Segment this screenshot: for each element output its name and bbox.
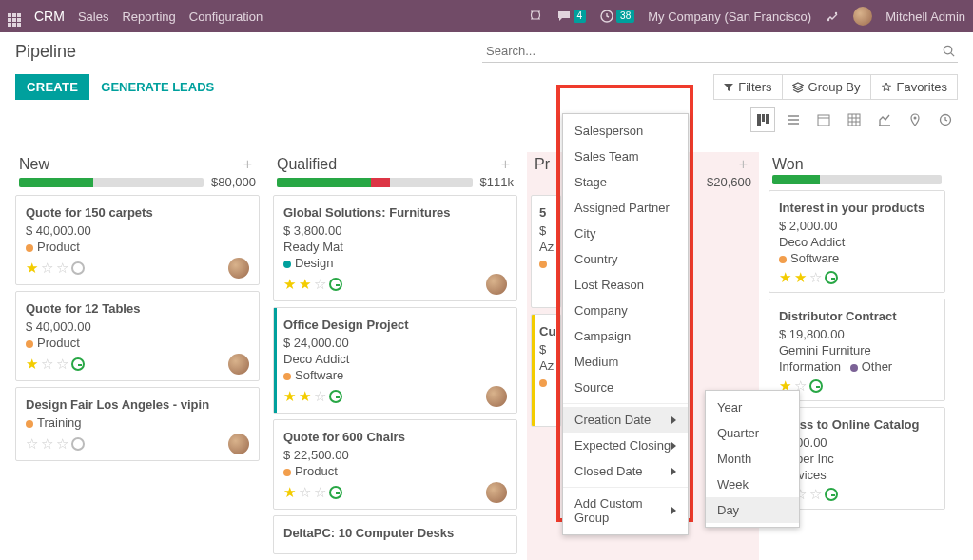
- groupby-medium[interactable]: Medium: [563, 349, 688, 375]
- card-amount: $ 22,500.00: [283, 448, 507, 462]
- kanban-card[interactable]: Global Solutions: Furnitures $ 3,800.00 …: [273, 195, 517, 301]
- kanban-card[interactable]: Cu $ Az: [531, 314, 561, 427]
- chat-icon[interactable]: 4: [556, 9, 587, 24]
- phone-icon[interactable]: [528, 9, 543, 24]
- kanban-card[interactable]: Design Fair Los Angeles - vipin Training…: [15, 387, 260, 461]
- groupby-salesperson[interactable]: Salesperson: [563, 118, 688, 144]
- groupby-company[interactable]: Company: [563, 298, 688, 323]
- activity-icon[interactable]: [809, 379, 823, 393]
- card-title: Global Solutions: Furnitures: [283, 205, 507, 220]
- user-avatar[interactable]: [228, 354, 249, 375]
- groupby-closed-date[interactable]: Closed Date: [563, 458, 688, 484]
- groupby-expected-closing[interactable]: Expected Closing: [563, 433, 688, 458]
- debug-icon[interactable]: [825, 9, 840, 24]
- svg-point-10: [914, 117, 917, 120]
- svg-point-1: [827, 19, 829, 21]
- column-total: $111k: [480, 175, 514, 189]
- user-avatar[interactable]: [486, 386, 507, 407]
- filters-label: Filters: [738, 80, 771, 94]
- kanban-card[interactable]: Quote for 12 Tables $ 40,000.00 Product …: [15, 291, 260, 381]
- nav-reporting[interactable]: Reporting: [122, 10, 175, 24]
- kanban-card[interactable]: Quote for 600 Chairs $ 22,500.00 Product…: [273, 419, 517, 510]
- view-activity[interactable]: [933, 107, 958, 132]
- groupby-add-custom[interactable]: Add Custom Group: [563, 491, 688, 531]
- card-customer: umber Inc: [779, 452, 935, 466]
- date-week[interactable]: Week: [706, 472, 799, 497]
- user-avatar[interactable]: [853, 7, 872, 26]
- company-switcher[interactable]: My Company (San Francisco): [648, 10, 811, 24]
- nav-sales[interactable]: Sales: [78, 10, 109, 24]
- column-total: $80,000: [211, 175, 256, 189]
- user-avatar[interactable]: [486, 482, 507, 503]
- date-month[interactable]: Month: [706, 446, 799, 472]
- card-amount: $ 24,000.00: [283, 336, 507, 350]
- user-name[interactable]: Mitchell Admin: [885, 10, 965, 24]
- activity-icon[interactable]: 38: [599, 9, 634, 24]
- generate-leads-button[interactable]: GENERATE LEADS: [89, 74, 225, 100]
- user-avatar[interactable]: [228, 434, 249, 454]
- kanban-card[interactable]: Quote for 150 carpets $ 40,000.00 Produc…: [15, 195, 260, 285]
- chevron-right-icon: [671, 468, 676, 475]
- search-input[interactable]: [482, 40, 958, 62]
- view-kanban[interactable]: [750, 107, 775, 132]
- groupby-lost-reason[interactable]: Lost Reason: [563, 272, 688, 298]
- user-avatar[interactable]: [486, 274, 507, 295]
- favorites-button[interactable]: Favorites: [870, 74, 958, 100]
- filter-icon: [724, 83, 733, 92]
- svg-point-3: [944, 46, 951, 53]
- activity-icon[interactable]: [71, 357, 85, 371]
- view-map[interactable]: [903, 107, 927, 132]
- kanban-card[interactable]: Office Design Project $ 24,000.00 Deco A…: [273, 307, 517, 414]
- groupby-source[interactable]: Source: [563, 375, 688, 400]
- groupby-stage[interactable]: Stage: [563, 169, 688, 195]
- kanban-card[interactable]: 5 $ Az: [531, 195, 561, 308]
- user-avatar[interactable]: [228, 258, 249, 279]
- activity-icon[interactable]: [329, 390, 342, 403]
- column-title: Qualified: [277, 156, 337, 173]
- date-quarter[interactable]: Quarter: [706, 420, 799, 446]
- activity-icon[interactable]: [71, 437, 85, 451]
- add-card-icon[interactable]: +: [243, 158, 252, 171]
- view-graph[interactable]: [872, 107, 897, 132]
- search-icon[interactable]: [942, 44, 956, 58]
- groupby-campaign[interactable]: Campaign: [563, 323, 688, 349]
- view-calendar[interactable]: [811, 107, 836, 132]
- card-customer: Ready Mat: [283, 240, 507, 254]
- kanban-card[interactable]: DeltaPC: 10 Computer Desks: [273, 515, 517, 554]
- view-list[interactable]: [781, 107, 806, 132]
- view-pivot[interactable]: [842, 107, 866, 132]
- card-customer: Az: [539, 240, 556, 254]
- groupby-sales-team[interactable]: Sales Team: [563, 144, 688, 169]
- star-icon: [881, 82, 892, 93]
- groupby-city[interactable]: City: [563, 221, 688, 246]
- chevron-right-icon: [671, 507, 676, 514]
- date-day[interactable]: Day: [706, 497, 799, 523]
- nav-configuration[interactable]: Configuration: [189, 10, 263, 24]
- card-amount: $ 3,800.00: [283, 223, 507, 238]
- date-year[interactable]: Year: [706, 395, 799, 420]
- create-button[interactable]: CREATE: [15, 74, 89, 100]
- card-tag: Software: [779, 251, 935, 265]
- card-title: Quote for 150 carpets: [26, 205, 249, 220]
- groupby-country[interactable]: Country: [563, 246, 688, 272]
- card-title: Quote for 12 Tables: [26, 301, 249, 316]
- card-tag: Product: [26, 336, 249, 350]
- add-card-icon[interactable]: +: [501, 158, 510, 171]
- kanban-card[interactable]: Interest in your products $ 2,000.00 Dec…: [769, 190, 945, 293]
- activity-icon[interactable]: [329, 486, 342, 499]
- svg-rect-8: [818, 115, 829, 126]
- card-title: Quote for 600 Chairs: [283, 430, 507, 444]
- activity-icon[interactable]: [825, 271, 838, 284]
- apps-icon[interactable]: [8, 6, 21, 27]
- activity-icon[interactable]: [329, 278, 342, 291]
- groupby-assigned-partner[interactable]: Assigned Partner: [563, 195, 688, 221]
- card-customer: Deco Addict: [283, 352, 507, 366]
- activity-icon[interactable]: [825, 488, 838, 501]
- kanban-card[interactable]: Distributor Contract $ 19,800.00 Gemini …: [769, 299, 945, 401]
- activity-icon[interactable]: [71, 261, 85, 275]
- add-card-icon[interactable]: +: [739, 158, 748, 171]
- groupby-button[interactable]: Group By: [782, 74, 871, 100]
- filters-button[interactable]: Filters: [713, 74, 782, 100]
- groupby-creation-date[interactable]: Creation Date: [563, 407, 688, 433]
- svg-rect-5: [757, 114, 761, 126]
